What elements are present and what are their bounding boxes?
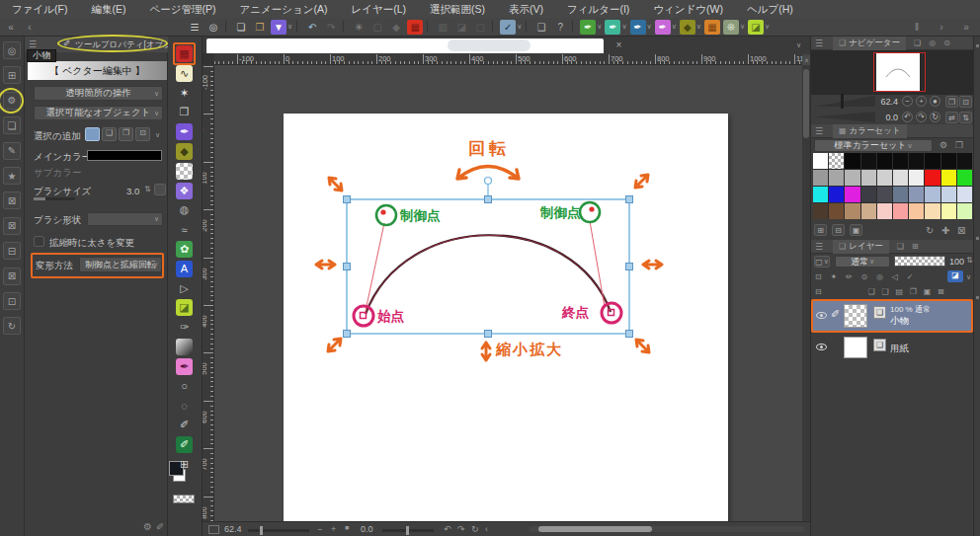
open-file-icon[interactable]: ❐ [252,20,268,35]
color-swatch[interactable] [813,203,828,219]
swatch-view-small-icon[interactable]: ⊞ [814,224,827,236]
layer-property-icon[interactable]: ❏ [897,242,904,251]
panel-menu-icon[interactable]: ☰ [815,242,823,252]
frame-tool[interactable]: ◪ [176,299,193,316]
deco-green-tool[interactable]: ✿ [176,241,193,258]
opacity-slider[interactable] [894,256,945,267]
panel-menu-icon[interactable]: ☰ [815,126,823,136]
vector-pen-tool[interactable]: ✐ [176,436,193,453]
panel-settings-icon[interactable]: ⚙ [143,521,152,532]
color-swatch[interactable] [877,203,892,219]
tab-navigator[interactable]: ❏ ナビゲーター [833,37,906,50]
opacity-stepper-icon[interactable]: ⇅ [966,256,973,265]
zoom-out-icon[interactable]: − [317,524,322,534]
chevron-down-icon[interactable]: ∨ [966,273,971,281]
nav-zoom-100-icon[interactable]: ● [930,96,940,107]
fill-tool-icon[interactable]: ◪ [748,20,764,35]
edit-color-set-icon[interactable]: ⚙ [939,140,947,150]
blend-mode-dropdown[interactable]: 通常∨ [835,256,890,268]
lock-layer-icon[interactable]: ⊙ [860,272,867,281]
rotation-slider[interactable] [382,529,434,532]
color-swatch[interactable] [845,203,859,219]
favorites-icon[interactable]: ★ [3,167,21,185]
chevron-down-icon[interactable]: ∨ [517,23,522,31]
chevron-down-icon[interactable]: ∨ [647,23,652,31]
delete-layer-icon[interactable]: ⊠ [938,287,944,296]
rotate-ccw-icon[interactable]: ↶ [444,524,451,534]
color-swatch[interactable] [829,203,844,219]
panel-menu-icon[interactable]: ☰ [29,39,37,49]
import-color-set-icon[interactable]: ❐ [955,140,963,150]
info-icon[interactable]: ⊙ [943,38,950,47]
color-swatch[interactable] [877,187,892,202]
chevron-down-icon[interactable]: ∨ [621,23,626,31]
eyedropper-tool[interactable]: ✒ [176,358,193,375]
menu-item[interactable]: 編集(E) [79,0,137,18]
new-vector-layer-icon[interactable]: ❑ [881,287,888,296]
selection-add-button[interactable]: ❏ [102,127,117,141]
layer-name[interactable]: 小物 [890,315,909,328]
zoom-reset-icon[interactable]: ■ [345,524,349,531]
menu-item[interactable]: 表示(V) [497,0,555,18]
collapse-left-icon[interactable]: « [3,20,19,35]
layer-thumbnail[interactable] [844,337,867,358]
color-set-preset-dropdown[interactable]: 標準カラーセット∨ [814,139,933,152]
export-panel-icon[interactable]: ⊡ [3,292,21,310]
fit-screen-icon[interactable] [208,525,219,534]
pages-tool[interactable]: ❐ [176,104,193,120]
color-swatch[interactable] [925,153,939,169]
menu-item[interactable]: 選択範囲(S) [418,0,497,18]
rotate-cw-icon[interactable]: ↷ [457,524,465,534]
clip-layer-icon[interactable]: ⊡ [815,272,822,281]
redo-icon[interactable]: ↷ [323,20,339,35]
main-color-swatch[interactable] [87,150,162,161]
close-a-icon[interactable]: ⊠ [3,191,21,209]
color-swatch[interactable] [893,170,908,186]
collapse-left2-icon[interactable]: ‹ [22,20,38,35]
panel-edit-icon[interactable]: ✐ [156,521,164,532]
menu-item[interactable]: レイヤー(L) [339,0,418,18]
nav-flip-h-icon[interactable]: ⇄ [945,112,958,123]
bucket-tool[interactable]: ◍ [176,201,193,218]
scale-width-checkbox[interactable] [34,236,44,247]
menu-item[interactable]: ページ管理(P) [137,0,227,18]
busy-icon[interactable]: ✳ [351,20,367,35]
control-point-right-dot[interactable] [589,206,594,211]
color-swatch[interactable] [957,187,972,202]
vscrollbar-thumb[interactable] [803,69,809,138]
nav-rotate-cw-icon[interactable]: ↷ [916,112,927,122]
chevron-down-icon[interactable]: ∨ [740,23,745,31]
deco-olive-tool[interactable]: ◆ [176,143,193,160]
pen-tool-teal-icon[interactable]: ✒ [605,20,620,35]
disabled-b-icon[interactable]: ◆ [388,20,404,35]
add-color-icon[interactable]: ✚ [941,225,949,236]
replace-color-icon[interactable]: ↻ [926,225,934,236]
color-swatch[interactable] [861,203,876,219]
color-swatch[interactable] [941,153,956,169]
color-swatch[interactable] [893,203,908,219]
draft-layer-icon[interactable]: ✏ [846,272,853,281]
select-area-tool[interactable]: ◌ [176,397,193,414]
delete-vector-icon[interactable]: ▦ [407,20,423,35]
menu-item[interactable]: フィルター(I) [555,0,641,18]
stepper-icon[interactable]: ⇅ [144,185,151,193]
main-menu-icon[interactable]: ☰ [187,20,203,35]
transparent-area-dropdown[interactable]: 透明箇所の操作∨ [34,86,163,101]
flip-icon[interactable]: ‹ [485,524,488,534]
pattern-tool[interactable] [176,163,193,180]
brush-size-unit-button[interactable] [154,184,166,195]
object-tool[interactable]: ▦ [176,45,193,62]
selection-multi-button[interactable]: ⊡ [135,127,150,141]
chevron-down-icon[interactable]: ∨ [597,23,602,31]
gradient-tool[interactable] [176,339,193,355]
nav-zoom-in-icon[interactable]: + [916,96,927,107]
magic-wand-tool[interactable]: ✶ [176,85,193,102]
color-swatch[interactable] [909,170,924,186]
color-swatch[interactable] [877,170,892,186]
chevron-down-icon[interactable]: ∨ [287,23,292,31]
pin-icon[interactable]: ‖ [909,20,925,35]
color-swatch[interactable] [861,153,876,169]
tab-color-set[interactable]: ▦ カラーセット [833,124,907,138]
menu-item[interactable]: ウィンドウ(W) [641,0,735,18]
rotate-wedge-slider[interactable] [814,112,875,122]
